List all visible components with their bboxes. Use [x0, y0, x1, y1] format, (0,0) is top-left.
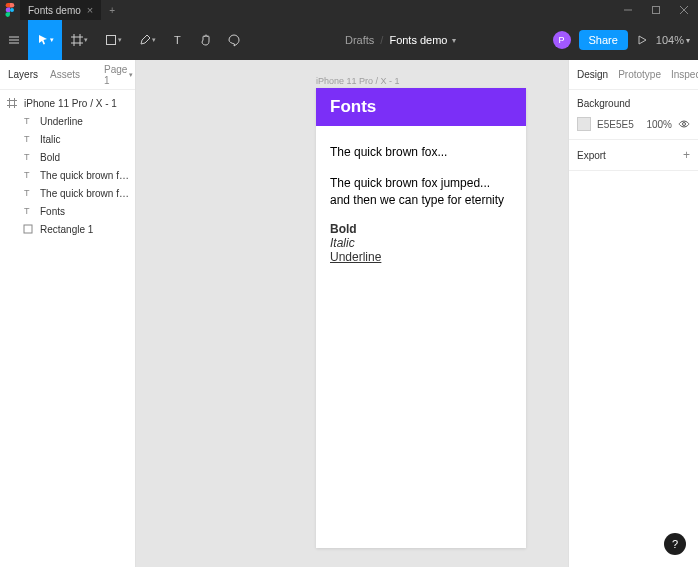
svg-text:T: T — [24, 134, 30, 144]
layers-panel: Layers Assets Page 1 ▾ iPhone 11 Pro / X… — [0, 60, 136, 567]
svg-rect-24 — [24, 225, 32, 233]
chevron-down-icon: ▾ — [152, 36, 156, 44]
text-icon: T — [22, 116, 34, 126]
layer-item[interactable]: TItalic — [0, 130, 135, 148]
background-label: Background — [577, 98, 690, 109]
frame-icon — [6, 98, 18, 108]
window-close-button[interactable] — [670, 0, 698, 20]
help-button[interactable]: ? — [664, 533, 686, 555]
avatar[interactable]: P — [553, 31, 571, 49]
chevron-down-icon: ▾ — [84, 36, 88, 44]
text-icon: T — [22, 134, 34, 144]
zoom-dropdown[interactable]: 104% ▾ — [656, 34, 690, 46]
main-menu-button[interactable] — [0, 20, 28, 60]
layer-frame[interactable]: iPhone 11 Pro / X - 1 — [0, 94, 135, 112]
color-swatch[interactable] — [577, 117, 591, 131]
svg-point-25 — [683, 123, 686, 126]
text-icon: T — [22, 206, 34, 216]
chevron-down-icon: ▾ — [686, 36, 690, 45]
chevron-down-icon: ▾ — [118, 36, 122, 44]
rectangle-icon — [22, 224, 34, 234]
frame-tool[interactable]: ▾ — [62, 20, 96, 60]
tab-assets[interactable]: Assets — [50, 69, 80, 80]
canvas-text-bold[interactable]: Bold — [330, 222, 512, 236]
layer-name: Underline — [40, 116, 129, 127]
add-export-button[interactable]: + — [683, 148, 690, 162]
tab-prototype[interactable]: Prototype — [618, 69, 661, 80]
layer-name: Fonts — [40, 206, 129, 217]
page-dropdown[interactable]: Page 1 ▾ — [104, 64, 133, 86]
svg-text:T: T — [24, 188, 30, 198]
text-tool[interactable]: T — [164, 20, 192, 60]
svg-text:T: T — [174, 34, 181, 46]
header-rectangle[interactable]: Fonts — [316, 88, 526, 126]
header-text[interactable]: Fonts — [330, 97, 376, 117]
canvas-text-1[interactable]: The quick brown fox... — [330, 144, 512, 161]
layer-name: iPhone 11 Pro / X - 1 — [24, 98, 129, 109]
window-maximize-button[interactable] — [642, 0, 670, 20]
frame-label[interactable]: iPhone 11 Pro / X - 1 — [316, 76, 400, 86]
text-icon: T — [22, 152, 34, 162]
canvas-text-underline[interactable]: Underline — [330, 250, 512, 264]
add-tab-button[interactable]: + — [101, 5, 123, 16]
canvas-text-italic[interactable]: Italic — [330, 236, 512, 250]
breadcrumb: Drafts / Fonts demo ▾ — [248, 34, 553, 46]
chevron-down-icon: ▾ — [129, 71, 133, 79]
layer-name: The quick brown fox jumped...... — [40, 170, 129, 181]
figma-logo[interactable] — [0, 0, 20, 20]
comment-tool[interactable] — [220, 20, 248, 60]
layer-item[interactable]: TThe quick brown fox jumped...... — [0, 166, 135, 184]
tab-layers[interactable]: Layers — [8, 69, 38, 80]
chevron-down-icon: ▾ — [452, 36, 456, 45]
color-hex[interactable]: E5E5E5 — [597, 119, 640, 130]
svg-text:T: T — [24, 206, 30, 216]
color-opacity[interactable]: 100% — [646, 119, 672, 130]
layer-item[interactable]: TThe quick brown fox... — [0, 184, 135, 202]
svg-text:T: T — [24, 152, 30, 162]
layer-item[interactable]: TUnderline — [0, 112, 135, 130]
layer-name: Bold — [40, 152, 129, 163]
layer-name: The quick brown fox... — [40, 188, 129, 199]
export-label: Export — [577, 150, 606, 161]
svg-point-0 — [10, 8, 14, 12]
share-button[interactable]: Share — [579, 30, 628, 50]
tab-inspect[interactable]: Inspect — [671, 69, 698, 80]
canvas-text-2[interactable]: The quick brown fox jumped... and then w… — [330, 175, 512, 209]
text-icon: T — [22, 170, 34, 180]
visibility-icon[interactable] — [678, 118, 690, 130]
layer-item[interactable]: Rectangle 1 — [0, 220, 135, 238]
layer-item[interactable]: TBold — [0, 148, 135, 166]
close-tab-icon[interactable]: × — [87, 4, 93, 16]
svg-text:T: T — [24, 170, 30, 180]
file-tab-label: Fonts demo — [28, 5, 81, 16]
chevron-down-icon: ▾ — [50, 36, 54, 44]
svg-rect-12 — [106, 36, 115, 45]
artboard[interactable]: Fonts The quick brown fox... The quick b… — [316, 88, 526, 548]
svg-text:T: T — [24, 116, 30, 126]
pen-tool[interactable]: ▾ — [130, 20, 164, 60]
tab-design[interactable]: Design — [577, 69, 608, 80]
layer-item[interactable]: TFonts — [0, 202, 135, 220]
move-tool[interactable]: ▾ — [28, 20, 62, 60]
window-minimize-button[interactable] — [614, 0, 642, 20]
breadcrumb-file[interactable]: Fonts demo ▾ — [389, 34, 455, 46]
text-icon: T — [22, 188, 34, 198]
layer-name: Rectangle 1 — [40, 224, 129, 235]
file-tab[interactable]: Fonts demo × — [20, 0, 101, 20]
canvas[interactable]: iPhone 11 Pro / X - 1 Fonts The quick br… — [136, 60, 568, 567]
present-button[interactable] — [636, 34, 648, 46]
svg-rect-2 — [653, 7, 660, 14]
inspector-panel: Design Prototype Inspect Background E5E5… — [568, 60, 698, 567]
shape-tool[interactable]: ▾ — [96, 20, 130, 60]
hand-tool[interactable] — [192, 20, 220, 60]
layer-name: Italic — [40, 134, 129, 145]
breadcrumb-root[interactable]: Drafts — [345, 34, 374, 46]
